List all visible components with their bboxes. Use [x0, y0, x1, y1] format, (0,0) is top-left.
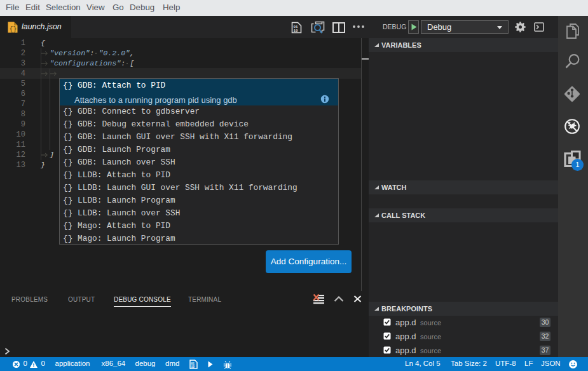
- svg-text:{}: {}: [10, 26, 17, 33]
- svg-text:10: 10: [191, 365, 195, 368]
- svg-text:10: 10: [294, 29, 299, 33]
